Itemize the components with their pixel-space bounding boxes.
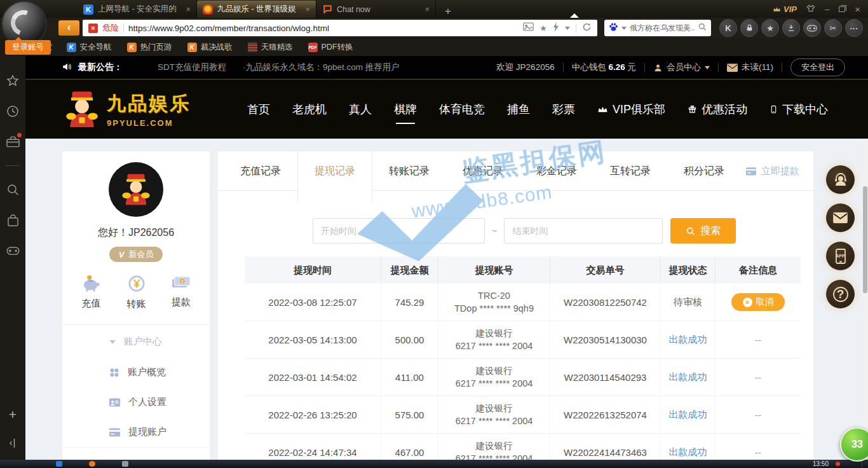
menu-section-account[interactable]: 账户中心 [62,325,210,357]
taskbar-notification-dot[interactable] [836,462,840,466]
tab-deposit-records[interactable]: 充值记录 [224,151,297,191]
member-center-menu[interactable]: 会员中心 [653,62,710,73]
bookmark-pdf[interactable]: PDFPDF转换 [308,42,353,53]
url-text[interactable]: https://www.9p02.com/member/transaction/… [128,24,519,33]
withdraw-now-link[interactable]: 立即提款 [746,151,799,191]
unread-messages[interactable]: 未读(11) [727,62,773,73]
tab-close-icon[interactable]: × [424,4,430,14]
nav-sports[interactable]: 体育电竞 [439,102,485,117]
search-icon[interactable] [6,182,20,196]
login-account-tag[interactable]: 登录账号 [5,40,51,55]
k-home-button[interactable]: K [719,19,737,37]
announcement-item[interactable]: SDT充值使用教程 [158,62,226,73]
nav-download-center[interactable]: 下载中心 [770,102,828,117]
nav-lottery[interactable]: 彩票 [552,102,575,117]
taskbar-app-icon[interactable] [122,461,128,467]
status-success[interactable]: 出款成功 [661,359,715,396]
bookmark-tmall[interactable]: 天猫精选 [248,42,293,53]
bookmark-safe-nav[interactable]: K安全导航 [67,42,112,53]
app-download-button[interactable]: APP [826,242,855,270]
wallet-balance[interactable]: 中心钱包 6.26 元 [572,62,636,73]
sidebar-collapse-button[interactable]: ‹| [10,437,17,448]
more-menu-button[interactable]: ··· [845,19,863,37]
close-button[interactable]: × [855,4,860,15]
bookmark-hot-games[interactable]: K热门页游 [127,42,172,53]
tab-points-records[interactable]: 积分记录 [667,151,741,191]
menu-personal-settings[interactable]: 个人设置 [62,387,210,417]
tab-bonus-records[interactable]: 彩金记录 [520,151,593,191]
search-suggestion-text[interactable]: 俄方称在乌发现美... [630,23,695,34]
transfer-button[interactable]: 转账 [127,275,146,310]
bookmark-add-icon[interactable]: ★ [539,24,547,33]
nav-chess[interactable]: 棋牌 [394,102,417,117]
favorites-star-icon[interactable] [6,74,20,88]
nav-fishing[interactable]: 捕鱼 [507,102,530,117]
downloads-button[interactable] [782,19,800,37]
menu-account-overview[interactable]: 账户概览 [62,357,210,387]
search-button[interactable]: 搜索 [670,218,736,244]
customer-service-button[interactable] [826,165,855,194]
tab-close-icon[interactable]: × [305,4,310,14]
avatar[interactable] [109,162,163,217]
nav-promotions[interactable]: 优惠活动 [688,102,747,117]
history-clock-icon[interactable] [6,104,20,118]
restore-button[interactable] [839,6,845,12]
extension-bolt-icon[interactable] [553,22,559,34]
new-tab-button[interactable]: + [436,5,460,18]
end-date-input[interactable] [504,218,663,244]
vip-button[interactable]: VIP [773,4,797,14]
taskbar-app-icon[interactable] [56,461,62,467]
security-lock-button[interactable] [740,19,758,37]
games-button[interactable] [803,19,821,37]
tab-close-icon[interactable]: × [186,4,191,14]
tab-promo-records[interactable]: 优惠记录 [446,151,520,191]
minimize-button[interactable]: – [825,4,829,14]
tab-withdraw-records[interactable]: 提现记录 [297,151,372,203]
site-logo[interactable]: 九品娱乐 9PYULE.COM [62,90,212,129]
url-field[interactable]: × 危险 https://www.9p02.com/member/transac… [83,20,597,36]
help-button[interactable]: ? [826,280,855,308]
screenshot-scissors-button[interactable]: ✂ [824,19,842,37]
shopping-bag-icon[interactable] [6,213,20,227]
nav-home[interactable]: 首页 [247,102,270,117]
sidebar-add-button[interactable]: + [9,407,17,422]
nav-vip-club[interactable]: VIP俱乐部 [597,102,665,117]
start-date-input[interactable] [313,218,485,244]
taskbar-app-icons[interactable] [56,461,128,467]
scrollbar-track[interactable] [862,139,868,460]
messages-button[interactable] [826,203,855,232]
back-button[interactable]: ‹ [58,20,79,36]
refresh-icon[interactable] [582,22,592,34]
tab-9pyule-active[interactable]: 九品娱乐 - 世界顶级娱 × [197,1,316,18]
status-success[interactable]: 出款成功 [661,396,715,433]
withdraw-amount: 411.00 [381,359,438,396]
chevron-down-icon[interactable] [565,27,570,30]
nav-slots[interactable]: 老虎机 [292,102,327,117]
bookmark-caijue[interactable]: K裁决战歌 [187,42,233,53]
windows-taskbar[interactable]: 13:50 [0,460,868,468]
tab-mutual-records[interactable]: 互转记录 [593,151,667,191]
skin-icon[interactable] [806,4,815,14]
show-desktop-button[interactable] [862,460,868,468]
gamepad-icon[interactable] [6,244,20,258]
briefcase-icon[interactable] [6,135,20,149]
menu-withdraw-accounts[interactable]: 提现账户 [62,417,210,447]
favorites-button[interactable]: ★ [761,19,779,37]
withdraw-button[interactable]: 提款 [172,275,191,310]
browser-search-box[interactable]: 俄方称在乌发现美... [604,20,711,36]
chevron-down-icon [705,66,710,69]
tab-chat-now[interactable]: Chat now × [316,1,436,18]
deposit-button[interactable]: 充值 [81,275,101,310]
status-success[interactable]: 出款成功 [661,321,715,358]
scrollbar-thumb[interactable] [863,186,867,293]
tab-navigation-home[interactable]: K 上网导航 - 安全实用的 × [78,1,197,18]
logout-button[interactable]: 安全登出 [790,59,845,76]
chevron-down-icon[interactable] [621,27,627,30]
taskbar-app-icon[interactable] [89,461,95,467]
cancel-button[interactable]: ×取消 [731,293,785,311]
tab-transfer-records[interactable]: 转账记录 [372,151,446,191]
search-icon[interactable] [698,22,707,34]
nav-live[interactable]: 真人 [349,102,372,117]
announcement-item[interactable]: ·九品娱乐永久域名：9pbet.com 推荐用户 [243,62,400,73]
screenshot-icon[interactable] [523,22,534,34]
